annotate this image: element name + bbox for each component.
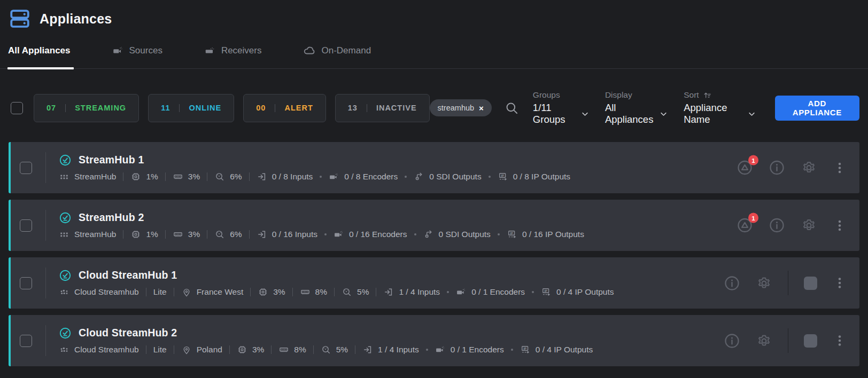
settings-button[interactable] [801,160,817,176]
filter-alert[interactable]: 00 ALERT [243,94,326,122]
divider [275,104,275,112]
row-checkbox[interactable] [20,162,32,174]
cpu-icon [237,344,247,355]
filter-label: INACTIVE [376,104,417,112]
filter-streaming[interactable]: 07 STREAMING [34,94,139,122]
divider [146,345,146,354]
appliance-list: StreamHub 1 StreamHub 1% 3% 6% 0 / 8 Inp… [9,142,859,366]
stop-button[interactable] [804,277,817,290]
divider [146,288,146,296]
display-label: Display [605,90,668,100]
status-filters: 07 STREAMING 11 ONLINE 00 ALERT 13 INACT… [34,94,430,122]
cpu-usage: 3% [273,287,285,297]
groups-label: Groups [533,90,589,100]
filter-count: 11 [161,104,170,112]
more-menu-button[interactable] [833,161,847,175]
row-checkbox[interactable] [20,277,32,289]
status-ok-icon [59,269,72,282]
tab-all-appliances[interactable]: All Appliances [8,44,71,68]
display-dropdown[interactable]: Display All Appliances [605,90,668,125]
appliance-row: StreamHub 2 StreamHub 1% 3% 6% 0 / 16 In… [9,200,859,251]
divider [45,210,46,241]
grid-icon [59,171,69,182]
cloud-appliance-icon [59,344,69,355]
tab-receivers[interactable]: Receivers [204,44,262,68]
info-icon [769,160,785,176]
cpu-icon [258,287,268,297]
tab-label: All Appliances [8,45,71,56]
divider [65,104,66,112]
sdi-stat: 0 SDI Outputs [429,172,481,182]
disk-icon [342,287,352,297]
toolbar: 07 STREAMING 11 ONLINE 00 ALERT 13 INACT… [0,90,868,125]
settings-button[interactable] [756,275,772,292]
inputs-stat: 1 / 4 Inputs [399,287,440,297]
encoder-icon [435,344,446,355]
alerts-button[interactable]: 1 [737,160,753,176]
info-button[interactable] [769,217,785,234]
appliance-type: Cloud Streamhub [74,287,139,297]
appliance-name[interactable]: StreamHub 1 [79,154,144,166]
chevron-down-icon [581,110,589,118]
appliance-name[interactable]: StreamHub 2 [79,211,144,224]
gear-icon [756,333,772,349]
close-icon[interactable]: × [479,104,484,112]
stop-button[interactable] [804,334,817,348]
tab-on-demand[interactable]: On-Demand [303,44,371,68]
ip-stat: 0 / 4 IP Outputs [556,287,614,297]
appliance-name[interactable]: Cloud StreamHub 2 [79,327,177,339]
more-menu-button[interactable] [833,218,847,232]
info-button[interactable] [724,333,740,349]
row-checkbox[interactable] [20,219,32,232]
status-ok-icon [59,154,72,167]
appliance-row: StreamHub 1 StreamHub 1% 3% 6% 0 / 8 Inp… [9,142,859,193]
filter-inactive[interactable]: 13 INACTIVE [335,94,430,122]
appliance-name[interactable]: Cloud StreamHub 1 [79,269,177,281]
select-all-checkbox[interactable] [11,102,23,114]
info-button[interactable] [724,275,740,292]
encoder-icon [456,287,467,297]
settings-button[interactable] [756,333,772,349]
gear-icon [801,160,817,176]
search-icon [505,101,519,115]
divider [165,172,166,181]
display-value: All Appliances [605,102,654,125]
chevron-down-icon [748,110,756,118]
settings-button[interactable] [801,217,817,234]
ram-icon [300,287,311,297]
dot-separator [320,176,322,178]
row-checkbox[interactable] [20,335,32,347]
divider [313,345,314,354]
alerts-button[interactable]: 1 [737,217,753,234]
disk-usage: 6% [230,230,242,239]
tab-sources[interactable]: Sources [112,44,162,68]
gear-icon [756,275,772,292]
more-menu-button[interactable] [833,276,847,290]
search-tag[interactable]: streamhub × [430,99,492,116]
search-button[interactable] [505,101,519,115]
ram-usage: 3% [188,230,200,239]
tab-label: Sources [129,45,162,56]
divider [367,104,367,112]
appliance-type: StreamHub [74,230,116,239]
search-tag-text: streamhub [438,104,475,112]
more-menu-button[interactable] [833,334,847,348]
divider [376,288,376,296]
divider [45,325,46,356]
groups-dropdown[interactable]: Groups 1/11 Groups [533,90,589,125]
info-icon [724,275,740,292]
filter-online[interactable]: 11 ONLINE [148,94,234,122]
status-ok-icon [59,327,72,340]
divider [123,172,123,181]
location-label: Poland [197,345,222,355]
appliance-row: Cloud StreamHub 2 Cloud Streamhub Lite P… [9,315,859,366]
sort-dropdown[interactable]: Sort Appliance Name [684,90,755,125]
info-button[interactable] [769,160,785,176]
encoder-icon [329,171,339,182]
dot-separator [405,176,407,178]
divider [45,267,46,298]
divider [207,172,207,181]
tab-label: Receivers [221,45,262,56]
tab-label: On-Demand [321,45,371,56]
add-appliance-button[interactable]: ADD APPLIANCE [775,96,859,121]
